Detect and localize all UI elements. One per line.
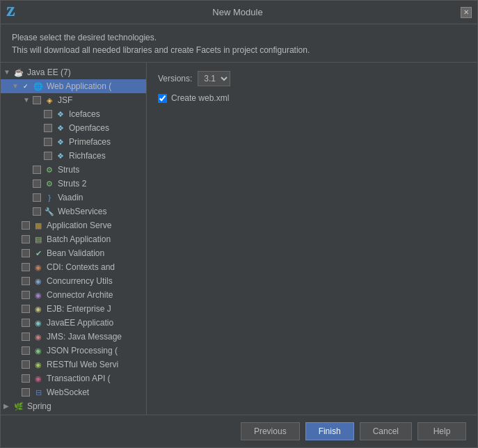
tree-label-websocket: WebSocket	[47, 387, 89, 397]
tree-item-primefaces[interactable]: ❖ Primefaces	[1, 135, 146, 149]
tree-item-cdi[interactable]: ◉ CDI: Contexts and	[1, 260, 146, 274]
tree-item-web-app[interactable]: ▼ 🌐 Web Application (	[1, 79, 146, 93]
app-logo-icon: 𝐙	[6, 5, 15, 19]
checkbox-ejb[interactable]	[22, 305, 30, 313]
tree-item-jms[interactable]: ◉ JMS: Java Message	[1, 330, 146, 344]
tree-label-vaadin: Vaadin	[58, 193, 83, 202]
tree-label-rest: RESTful Web Servi	[47, 360, 118, 369]
tree-item-javaeeapp[interactable]: ◉ JavaEE Applicatio	[1, 316, 146, 330]
tree-item-batch[interactable]: ▤ Batch Application	[1, 232, 146, 246]
conc-icon: ◉	[33, 275, 44, 287]
cdi-icon: ◉	[33, 262, 44, 273]
tree-item-webservices[interactable]: 🔧 WebServices	[1, 205, 146, 218]
expand-arrow-spring: ▶	[3, 402, 12, 410]
finish-button[interactable]: Finish	[305, 422, 354, 440]
create-webxml-row: Create web.xml	[158, 93, 466, 103]
tree-item-tx[interactable]: ◉ Transaction API (	[1, 371, 146, 385]
webservices-icon: 🔧	[44, 206, 55, 217]
create-webxml-checkbox[interactable]	[158, 94, 167, 103]
conn-icon: ◉	[33, 289, 44, 301]
checkbox-struts[interactable]	[33, 166, 41, 174]
spacer-tx	[12, 374, 20, 383]
checkbox-rest[interactable]	[22, 360, 30, 369]
create-webxml-label: Create web.xml	[171, 93, 229, 103]
tree-item-conn[interactable]: ◉ Connector Archite	[1, 288, 146, 302]
tree-item-icefaces[interactable]: ❖ Icefaces	[1, 107, 146, 121]
icefaces-icon: ❖	[55, 109, 66, 120]
checkbox-primefaces[interactable]	[44, 138, 52, 146]
tree-item-richfaces[interactable]: ❖ Richfaces	[1, 149, 146, 163]
spacer-ejb	[12, 305, 20, 313]
tx-icon: ◉	[33, 373, 44, 384]
spacer-primefaces	[34, 138, 42, 146]
checkbox-conc[interactable]	[22, 277, 30, 285]
spacer-conc	[12, 277, 20, 285]
beanval-icon: ✔	[33, 248, 44, 259]
checkbox-appserver[interactable]	[22, 221, 30, 230]
technology-tree[interactable]: ▼ ☕ Java EE (7) ▼ 🌐 Web Application ( ▼ …	[1, 63, 147, 415]
checkbox-javaeeapp[interactable]	[22, 319, 30, 327]
tree-label-icefaces: Icefaces	[69, 109, 100, 119]
checkbox-icefaces[interactable]	[44, 110, 52, 118]
tree-item-appserver[interactable]: ▦ Application Serve	[1, 218, 146, 232]
spacer-struts2	[23, 179, 31, 188]
tree-label-ejb: EJB: Enterprise J	[47, 304, 111, 314]
tree-item-websocket[interactable]: ⊟ WebSocket	[1, 385, 146, 399]
checkbox-cdi[interactable]	[22, 263, 30, 271]
tree-label-web-app: Web Application (	[47, 81, 111, 91]
tree-item-beanval[interactable]: ✔ Bean Validation	[1, 246, 146, 260]
checkbox-batch[interactable]	[22, 235, 30, 243]
spacer-appserver	[12, 221, 20, 230]
tree-item-vaadin[interactable]: } Vaadin	[1, 191, 146, 205]
tree-item-javaee[interactable]: ▼ ☕ Java EE (7)	[1, 65, 146, 79]
description-area: Please select the desired technologies. …	[1, 24, 477, 62]
web-app-icon: 🌐	[33, 81, 44, 92]
spacer-websocket	[12, 388, 20, 397]
tree-item-json[interactable]: ◉ JSON Processing (	[1, 344, 146, 358]
checkbox-web-app[interactable]	[22, 82, 30, 90]
tree-item-spring[interactable]: ▶ 🌿 Spring	[1, 399, 146, 413]
tree-label-struts: Struts	[58, 165, 79, 175]
checkbox-beanval[interactable]	[22, 249, 30, 257]
tree-item-rest[interactable]: ◉ RESTful Web Servi	[1, 358, 146, 371]
rest-icon: ◉	[33, 359, 44, 370]
checkbox-webservices[interactable]	[33, 207, 41, 216]
tree-label-json: JSON Processing (	[47, 346, 118, 355]
checkbox-openfaces[interactable]	[44, 124, 52, 132]
tree-item-openfaces[interactable]: ❖ Openfaces	[1, 121, 146, 135]
previous-button[interactable]: Previous	[241, 422, 300, 440]
close-button[interactable]: ✕	[461, 7, 472, 18]
checkbox-conn[interactable]	[22, 291, 30, 299]
tree-item-conc[interactable]: ◉ Concurrency Utils	[1, 274, 146, 288]
tree-item-struts2[interactable]: ⚙ Struts 2	[1, 177, 146, 191]
tree-label-primefaces: Primefaces	[69, 137, 111, 147]
dialog-body: Please select the desired technologies. …	[1, 24, 477, 415]
tree-item-ejb[interactable]: ◉ EJB: Enterprise J	[1, 302, 146, 316]
checkbox-jsf[interactable]	[33, 96, 41, 104]
help-button[interactable]: Help	[417, 422, 466, 440]
richfaces-icon: ❖	[55, 150, 66, 161]
tree-label-javaee: Java EE (7)	[27, 67, 71, 77]
checkbox-vaadin[interactable]	[33, 193, 41, 202]
right-panel: Versions: 3.1 Create web.xml	[147, 63, 477, 415]
checkbox-tx[interactable]	[22, 374, 30, 383]
spacer-batch	[12, 235, 20, 243]
spacer-jms	[12, 333, 20, 341]
main-content: ▼ ☕ Java EE (7) ▼ 🌐 Web Application ( ▼ …	[1, 62, 477, 415]
checkbox-jms[interactable]	[22, 333, 30, 341]
dialog-title: New Module	[212, 7, 262, 17]
expand-arrow-webapp: ▼	[12, 82, 20, 90]
ejb-icon: ◉	[33, 303, 44, 314]
tree-label-beanval: Bean Validation	[47, 248, 104, 258]
checkbox-json[interactable]	[22, 346, 30, 355]
tree-label-jsf: JSF	[58, 95, 72, 105]
cancel-button[interactable]: Cancel	[360, 422, 412, 440]
checkbox-struts2[interactable]	[33, 179, 41, 188]
checkbox-websocket[interactable]	[22, 388, 30, 397]
spacer-struts	[23, 166, 31, 174]
tree-item-struts[interactable]: ⚙ Struts	[1, 163, 146, 177]
tree-label-struts2: Struts 2	[58, 179, 86, 189]
checkbox-richfaces[interactable]	[44, 152, 52, 160]
tree-item-jsf[interactable]: ▼ ◈ JSF	[1, 93, 146, 107]
version-select[interactable]: 3.1	[198, 71, 230, 86]
